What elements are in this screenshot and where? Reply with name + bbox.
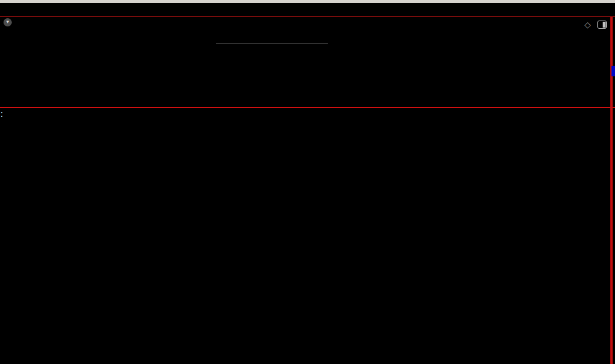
candlestick-panel[interactable]: ▾ ◇ xyxy=(0,17,615,107)
panel-layout-icon[interactable] xyxy=(597,21,607,29)
candlestick-plot xyxy=(0,17,610,107)
diamond-icon[interactable]: ◇ xyxy=(584,20,591,29)
panel-separator[interactable] xyxy=(0,107,615,108)
indicator-label: : xyxy=(1,109,3,119)
period-toolbar xyxy=(0,3,615,16)
indicator-plot xyxy=(0,109,610,364)
indicator-panel[interactable]: : xyxy=(0,109,615,364)
chart-window: ▾ ◇ : xyxy=(0,17,615,364)
chevron-down-icon[interactable]: ▾ xyxy=(4,18,12,26)
price-level-line xyxy=(216,43,328,43)
app-window: ▾ ◇ : xyxy=(0,0,615,364)
current-price-axis-label xyxy=(611,66,615,76)
